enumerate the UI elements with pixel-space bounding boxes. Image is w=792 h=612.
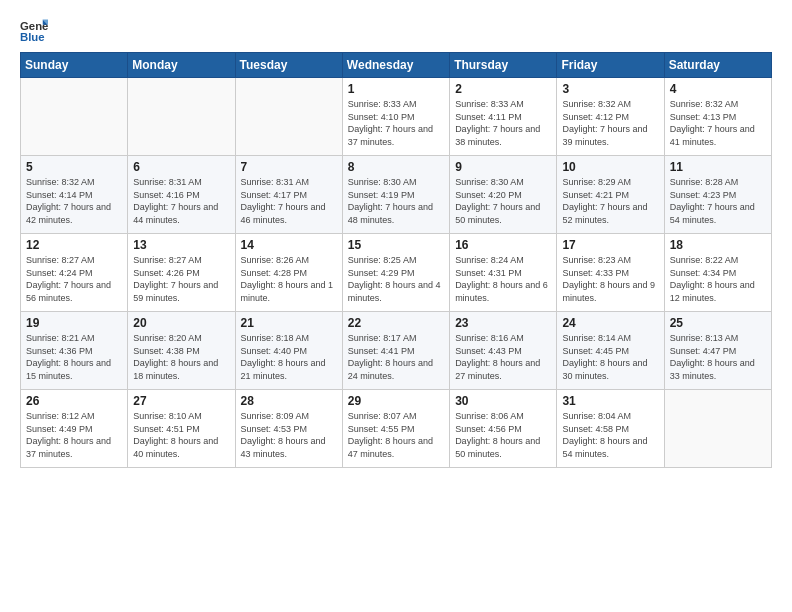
calendar-cell: 9Sunrise: 8:30 AM Sunset: 4:20 PM Daylig… (450, 156, 557, 234)
weekday-header-tuesday: Tuesday (235, 53, 342, 78)
day-info: Sunrise: 8:16 AM Sunset: 4:43 PM Dayligh… (455, 332, 551, 382)
day-info: Sunrise: 8:23 AM Sunset: 4:33 PM Dayligh… (562, 254, 658, 304)
day-info: Sunrise: 8:31 AM Sunset: 4:16 PM Dayligh… (133, 176, 229, 226)
day-number: 19 (26, 316, 122, 330)
day-info: Sunrise: 8:30 AM Sunset: 4:20 PM Dayligh… (455, 176, 551, 226)
day-info: Sunrise: 8:13 AM Sunset: 4:47 PM Dayligh… (670, 332, 766, 382)
day-info: Sunrise: 8:07 AM Sunset: 4:55 PM Dayligh… (348, 410, 444, 460)
calendar-cell: 7Sunrise: 8:31 AM Sunset: 4:17 PM Daylig… (235, 156, 342, 234)
calendar-cell (664, 390, 771, 468)
day-number: 17 (562, 238, 658, 252)
calendar-cell: 6Sunrise: 8:31 AM Sunset: 4:16 PM Daylig… (128, 156, 235, 234)
day-info: Sunrise: 8:09 AM Sunset: 4:53 PM Dayligh… (241, 410, 337, 460)
day-info: Sunrise: 8:24 AM Sunset: 4:31 PM Dayligh… (455, 254, 551, 304)
day-number: 12 (26, 238, 122, 252)
calendar-cell: 24Sunrise: 8:14 AM Sunset: 4:45 PM Dayli… (557, 312, 664, 390)
day-number: 16 (455, 238, 551, 252)
day-number: 2 (455, 82, 551, 96)
calendar-cell: 4Sunrise: 8:32 AM Sunset: 4:13 PM Daylig… (664, 78, 771, 156)
day-info: Sunrise: 8:32 AM Sunset: 4:14 PM Dayligh… (26, 176, 122, 226)
day-info: Sunrise: 8:12 AM Sunset: 4:49 PM Dayligh… (26, 410, 122, 460)
calendar-cell: 27Sunrise: 8:10 AM Sunset: 4:51 PM Dayli… (128, 390, 235, 468)
svg-text:Blue: Blue (20, 31, 45, 43)
weekday-header-monday: Monday (128, 53, 235, 78)
day-number: 26 (26, 394, 122, 408)
calendar-cell: 25Sunrise: 8:13 AM Sunset: 4:47 PM Dayli… (664, 312, 771, 390)
day-number: 22 (348, 316, 444, 330)
weekday-header-friday: Friday (557, 53, 664, 78)
calendar-cell: 18Sunrise: 8:22 AM Sunset: 4:34 PM Dayli… (664, 234, 771, 312)
day-info: Sunrise: 8:06 AM Sunset: 4:56 PM Dayligh… (455, 410, 551, 460)
day-info: Sunrise: 8:27 AM Sunset: 4:26 PM Dayligh… (133, 254, 229, 304)
day-info: Sunrise: 8:29 AM Sunset: 4:21 PM Dayligh… (562, 176, 658, 226)
day-number: 3 (562, 82, 658, 96)
calendar-cell: 30Sunrise: 8:06 AM Sunset: 4:56 PM Dayli… (450, 390, 557, 468)
logo: General Blue (20, 16, 56, 44)
day-info: Sunrise: 8:20 AM Sunset: 4:38 PM Dayligh… (133, 332, 229, 382)
calendar-cell: 1Sunrise: 8:33 AM Sunset: 4:10 PM Daylig… (342, 78, 449, 156)
page-header: General Blue (20, 16, 772, 44)
day-number: 20 (133, 316, 229, 330)
day-info: Sunrise: 8:22 AM Sunset: 4:34 PM Dayligh… (670, 254, 766, 304)
calendar-cell: 22Sunrise: 8:17 AM Sunset: 4:41 PM Dayli… (342, 312, 449, 390)
weekday-header-saturday: Saturday (664, 53, 771, 78)
day-info: Sunrise: 8:31 AM Sunset: 4:17 PM Dayligh… (241, 176, 337, 226)
calendar-cell: 16Sunrise: 8:24 AM Sunset: 4:31 PM Dayli… (450, 234, 557, 312)
calendar-cell (128, 78, 235, 156)
day-number: 28 (241, 394, 337, 408)
day-info: Sunrise: 8:28 AM Sunset: 4:23 PM Dayligh… (670, 176, 766, 226)
day-info: Sunrise: 8:10 AM Sunset: 4:51 PM Dayligh… (133, 410, 229, 460)
calendar-week-row: 12Sunrise: 8:27 AM Sunset: 4:24 PM Dayli… (21, 234, 772, 312)
calendar-cell: 26Sunrise: 8:12 AM Sunset: 4:49 PM Dayli… (21, 390, 128, 468)
calendar-week-row: 1Sunrise: 8:33 AM Sunset: 4:10 PM Daylig… (21, 78, 772, 156)
calendar-table: SundayMondayTuesdayWednesdayThursdayFrid… (20, 52, 772, 468)
day-info: Sunrise: 8:14 AM Sunset: 4:45 PM Dayligh… (562, 332, 658, 382)
calendar-cell: 19Sunrise: 8:21 AM Sunset: 4:36 PM Dayli… (21, 312, 128, 390)
day-info: Sunrise: 8:32 AM Sunset: 4:12 PM Dayligh… (562, 98, 658, 148)
day-number: 6 (133, 160, 229, 174)
calendar-cell: 8Sunrise: 8:30 AM Sunset: 4:19 PM Daylig… (342, 156, 449, 234)
day-number: 5 (26, 160, 122, 174)
day-number: 11 (670, 160, 766, 174)
day-number: 25 (670, 316, 766, 330)
calendar-week-row: 5Sunrise: 8:32 AM Sunset: 4:14 PM Daylig… (21, 156, 772, 234)
weekday-header-wednesday: Wednesday (342, 53, 449, 78)
day-number: 13 (133, 238, 229, 252)
day-number: 29 (348, 394, 444, 408)
day-number: 21 (241, 316, 337, 330)
day-number: 24 (562, 316, 658, 330)
calendar-cell: 31Sunrise: 8:04 AM Sunset: 4:58 PM Dayli… (557, 390, 664, 468)
day-info: Sunrise: 8:33 AM Sunset: 4:11 PM Dayligh… (455, 98, 551, 148)
day-number: 23 (455, 316, 551, 330)
calendar-cell: 13Sunrise: 8:27 AM Sunset: 4:26 PM Dayli… (128, 234, 235, 312)
day-info: Sunrise: 8:33 AM Sunset: 4:10 PM Dayligh… (348, 98, 444, 148)
calendar-cell: 17Sunrise: 8:23 AM Sunset: 4:33 PM Dayli… (557, 234, 664, 312)
day-info: Sunrise: 8:04 AM Sunset: 4:58 PM Dayligh… (562, 410, 658, 460)
day-number: 7 (241, 160, 337, 174)
calendar-cell: 11Sunrise: 8:28 AM Sunset: 4:23 PM Dayli… (664, 156, 771, 234)
calendar-cell: 14Sunrise: 8:26 AM Sunset: 4:28 PM Dayli… (235, 234, 342, 312)
day-info: Sunrise: 8:32 AM Sunset: 4:13 PM Dayligh… (670, 98, 766, 148)
day-info: Sunrise: 8:25 AM Sunset: 4:29 PM Dayligh… (348, 254, 444, 304)
calendar-cell: 3Sunrise: 8:32 AM Sunset: 4:12 PM Daylig… (557, 78, 664, 156)
day-info: Sunrise: 8:21 AM Sunset: 4:36 PM Dayligh… (26, 332, 122, 382)
calendar-cell: 21Sunrise: 8:18 AM Sunset: 4:40 PM Dayli… (235, 312, 342, 390)
day-number: 15 (348, 238, 444, 252)
day-number: 31 (562, 394, 658, 408)
day-info: Sunrise: 8:27 AM Sunset: 4:24 PM Dayligh… (26, 254, 122, 304)
calendar-cell: 20Sunrise: 8:20 AM Sunset: 4:38 PM Dayli… (128, 312, 235, 390)
day-info: Sunrise: 8:30 AM Sunset: 4:19 PM Dayligh… (348, 176, 444, 226)
calendar-cell: 29Sunrise: 8:07 AM Sunset: 4:55 PM Dayli… (342, 390, 449, 468)
day-number: 27 (133, 394, 229, 408)
day-info: Sunrise: 8:26 AM Sunset: 4:28 PM Dayligh… (241, 254, 337, 304)
calendar-cell (235, 78, 342, 156)
day-number: 14 (241, 238, 337, 252)
day-number: 8 (348, 160, 444, 174)
day-info: Sunrise: 8:18 AM Sunset: 4:40 PM Dayligh… (241, 332, 337, 382)
calendar-cell: 23Sunrise: 8:16 AM Sunset: 4:43 PM Dayli… (450, 312, 557, 390)
calendar-week-row: 26Sunrise: 8:12 AM Sunset: 4:49 PM Dayli… (21, 390, 772, 468)
logo-icon: General Blue (20, 16, 48, 44)
weekday-header-row: SundayMondayTuesdayWednesdayThursdayFrid… (21, 53, 772, 78)
day-number: 9 (455, 160, 551, 174)
calendar-cell: 2Sunrise: 8:33 AM Sunset: 4:11 PM Daylig… (450, 78, 557, 156)
